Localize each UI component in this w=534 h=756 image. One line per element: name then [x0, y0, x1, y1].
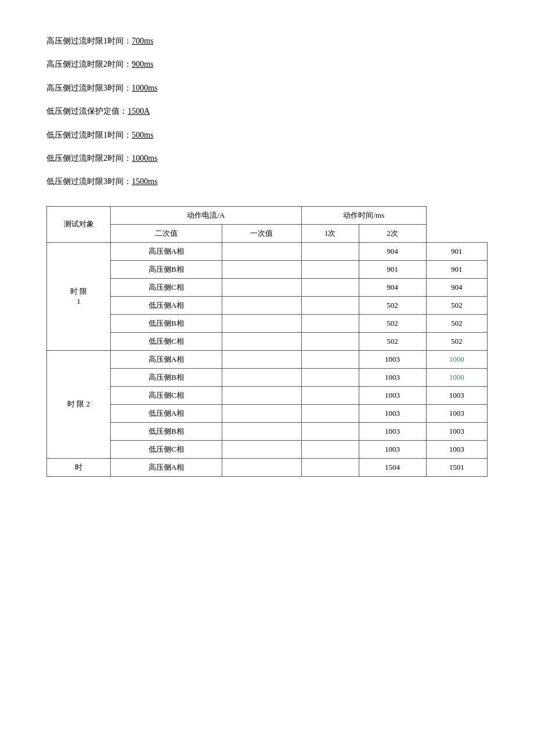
table-row: 低压侧B相10031003 [47, 422, 488, 440]
group-label-2: 时 [47, 458, 111, 476]
cell-object: 低压侧B相 [111, 314, 222, 332]
param-value-5: 1000ms [132, 154, 157, 163]
param-label-6: 低压侧过流时限3时间： [46, 177, 132, 186]
cell-time1: 1003 [359, 350, 426, 368]
param-section: 高压侧过流时限1时间：700ms高压侧过流时限2时间：900ms高压侧过流时限3… [46, 35, 488, 189]
table-row: 高压侧B相10031000 [47, 368, 488, 386]
cell-time2: 502 [426, 314, 487, 332]
table-section: 测试对象动作电流/A动作时间/ms二次值一次值1次2次时 限 1高压侧A相904… [46, 206, 488, 477]
cell-secondary [222, 368, 301, 386]
cell-time1: 502 [359, 332, 426, 350]
cell-primary [301, 260, 359, 278]
data-table: 测试对象动作电流/A动作时间/ms二次值一次值1次2次时 限 1高压侧A相904… [46, 206, 488, 477]
cell-object: 高压侧A相 [111, 242, 222, 260]
param-label-2: 高压侧过流时限3时间： [46, 84, 132, 92]
group-label-1: 时 限 2 [47, 350, 111, 458]
cell-secondary [222, 350, 301, 368]
cell-secondary [222, 458, 301, 476]
cell-object: 高压侧B相 [111, 260, 222, 278]
cell-secondary [222, 314, 301, 332]
table-row: 低压侧C相502502 [47, 332, 488, 350]
param-label-1: 高压侧过流时限2时间： [46, 60, 132, 69]
group-label-0: 时 限 1 [47, 242, 111, 350]
cell-time1: 502 [359, 314, 426, 332]
cell-primary [301, 458, 359, 476]
cell-primary [301, 368, 359, 386]
table-row: 时 限 1高压侧A相904901 [47, 242, 488, 260]
table-row: 低压侧B相502502 [47, 314, 488, 332]
cell-time1: 1003 [359, 440, 426, 458]
cell-time2: 1003 [426, 422, 487, 440]
param-label-3: 低压侧过流保护定值： [46, 107, 128, 116]
cell-time2: 904 [426, 278, 487, 296]
table-row: 高压侧C相10031003 [47, 386, 488, 404]
param-line-5: 低压侧过流时限2时间：1000ms [46, 152, 488, 165]
table-row: 时 限 2高压侧A相10031000 [47, 350, 488, 368]
param-value-0: 700ms [132, 37, 153, 45]
th-test-object: 测试对象 [47, 206, 111, 242]
cell-object: 高压侧A相 [111, 350, 222, 368]
th-time-group: 动作时间/ms [301, 206, 426, 224]
cell-time1: 1504 [359, 458, 426, 476]
cell-primary [301, 296, 359, 314]
cell-time1: 904 [359, 278, 426, 296]
cell-time2: 1501 [426, 458, 487, 476]
th-time1: 1次 [301, 224, 359, 242]
cell-time2: 1003 [426, 404, 487, 422]
param-value-2: 1000ms [132, 84, 157, 92]
cell-time1: 901 [359, 260, 426, 278]
cell-primary [301, 404, 359, 422]
param-line-6: 低压侧过流时限3时间：1500ms [46, 175, 488, 188]
param-value-4: 500ms [132, 131, 153, 139]
cell-object: 高压侧B相 [111, 368, 222, 386]
th-time2: 2次 [359, 224, 426, 242]
param-line-4: 低压侧过流时限1时间：500ms [46, 129, 488, 142]
cell-time2: 1000 [426, 368, 487, 386]
cell-secondary [222, 386, 301, 404]
cell-secondary [222, 278, 301, 296]
cell-primary [301, 350, 359, 368]
cell-time1: 1003 [359, 368, 426, 386]
cell-secondary [222, 260, 301, 278]
cell-secondary [222, 440, 301, 458]
cell-time2: 901 [426, 260, 487, 278]
cell-time2: 502 [426, 332, 487, 350]
param-label-0: 高压侧过流时限1时间： [46, 37, 132, 45]
cell-secondary [222, 296, 301, 314]
cell-object: 高压侧C相 [111, 278, 222, 296]
cell-secondary [222, 242, 301, 260]
param-value-6: 1500ms [132, 177, 157, 186]
cell-secondary [222, 332, 301, 350]
th-primary: 一次值 [222, 224, 301, 242]
cell-object: 低压侧B相 [111, 422, 222, 440]
cell-object: 低压侧C相 [111, 332, 222, 350]
cell-secondary [222, 422, 301, 440]
cell-object: 低压侧A相 [111, 404, 222, 422]
cell-time2: 502 [426, 296, 487, 314]
table-row: 低压侧C相10031003 [47, 440, 488, 458]
th-secondary: 二次值 [111, 224, 222, 242]
table-row: 时高压侧A相15041501 [47, 458, 488, 476]
table-row: 高压侧C相904904 [47, 278, 488, 296]
cell-time2: 1003 [426, 386, 487, 404]
param-label-4: 低压侧过流时限1时间： [46, 131, 132, 139]
param-line-2: 高压侧过流时限3时间：1000ms [46, 82, 488, 95]
cell-time1: 1003 [359, 386, 426, 404]
cell-time1: 502 [359, 296, 426, 314]
th-current-group: 动作电流/A [111, 206, 302, 224]
cell-object: 低压侧A相 [111, 296, 222, 314]
cell-time2: 901 [426, 242, 487, 260]
param-value-1: 900ms [132, 60, 153, 69]
cell-primary [301, 386, 359, 404]
cell-primary [301, 332, 359, 350]
table-row: 低压侧A相10031003 [47, 404, 488, 422]
table-row: 低压侧A相502502 [47, 296, 488, 314]
cell-time2: 1003 [426, 440, 487, 458]
param-line-0: 高压侧过流时限1时间：700ms [46, 35, 488, 48]
cell-secondary [222, 404, 301, 422]
cell-time1: 904 [359, 242, 426, 260]
cell-primary [301, 422, 359, 440]
param-label-5: 低压侧过流时限2时间： [46, 154, 132, 163]
cell-time2: 1000 [426, 350, 487, 368]
cell-object: 高压侧A相 [111, 458, 222, 476]
